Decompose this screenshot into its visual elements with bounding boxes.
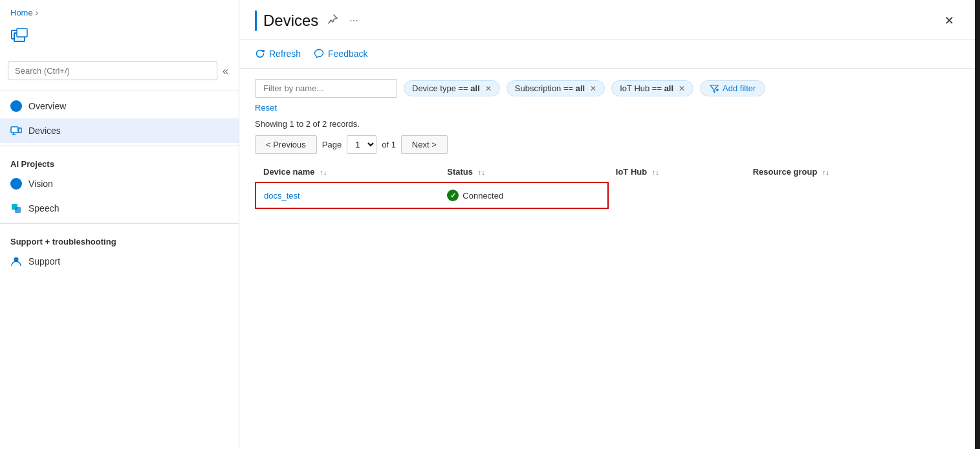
breadcrumb: Home › — [0, 0, 239, 23]
table-body: docs_test Connected — [256, 182, 959, 208]
device-name-cell: docs_test — [256, 182, 439, 208]
records-info: Showing 1 to 2 of 2 records. — [255, 119, 959, 129]
col-status-label: Status — [447, 167, 473, 177]
devices-table: Device name ↑↓ Status ↑↓ IoT Hub ↑↓ Reso… — [255, 162, 959, 209]
next-button[interactable]: Next > — [401, 135, 448, 154]
sidebar-item-overview-label: Overview — [28, 101, 66, 111]
sidebar-item-overview[interactable]: Overview — [0, 94, 239, 118]
more-dots: ··· — [349, 15, 358, 26]
vision-icon — [10, 178, 22, 190]
filter-by-name-input[interactable] — [255, 79, 397, 98]
sidebar: Home › « Overview Devices — [0, 0, 239, 449]
status-connected: Connected — [447, 190, 599, 201]
sidebar-item-devices-label: Devices — [28, 126, 61, 136]
svg-rect-2 — [17, 28, 27, 37]
page-select[interactable]: 1 — [347, 135, 376, 154]
device-name-sort-icon: ↑↓ — [320, 168, 327, 176]
add-filter-label: Add filter — [723, 83, 756, 93]
status-sort-icon: ↑↓ — [478, 168, 485, 176]
speech-icon — [10, 203, 22, 214]
refresh-label: Refresh — [269, 49, 301, 59]
device-name-link[interactable]: docs_test — [264, 191, 300, 201]
iot-hub-filter-chip[interactable]: IoT Hub == all ✕ — [611, 80, 693, 96]
pin-icon — [327, 14, 338, 25]
refresh-button[interactable]: Refresh — [255, 46, 301, 61]
sidebar-item-vision-label: Vision — [28, 179, 53, 189]
iot-hub-cell — [608, 182, 745, 208]
col-device-name-label: Device name — [263, 167, 315, 177]
toolbar: Refresh Feedback — [239, 39, 975, 69]
sidebar-item-speech-label: Speech — [28, 203, 59, 214]
subscription-filter-chip[interactable]: Subscription == all ✕ — [506, 80, 605, 96]
svg-rect-8 — [15, 207, 21, 213]
sidebar-item-vision[interactable]: Vision — [0, 171, 239, 196]
svg-rect-4 — [19, 128, 21, 133]
close-button[interactable]: ✕ — [939, 11, 959, 30]
status-label: Connected — [463, 191, 503, 201]
devices-icon — [10, 125, 22, 137]
status-cell: Connected — [439, 182, 607, 208]
feedback-label: Feedback — [328, 49, 367, 59]
sidebar-divider-2 — [0, 146, 239, 146]
subscription-filter-label: Subscription == all — [515, 83, 585, 93]
iot-hub-filter-label: IoT Hub == all — [620, 83, 673, 93]
iot-hub-sort-icon: ↑↓ — [652, 168, 659, 176]
sidebar-divider-1 — [0, 91, 239, 91]
add-filter-icon — [710, 84, 719, 93]
filter-bar: Device type == all ✕ Subscription == all… — [255, 79, 959, 98]
sidebar-item-speech[interactable]: Speech — [0, 196, 239, 221]
search-input[interactable] — [8, 61, 217, 80]
main-content: Devices ··· ✕ Refresh Feedback — [239, 0, 975, 449]
sidebar-item-support[interactable]: Support — [0, 249, 239, 274]
title-divider — [255, 10, 257, 31]
main-header: Devices ··· ✕ — [239, 0, 975, 39]
breadcrumb-separator: › — [36, 8, 38, 17]
feedback-button[interactable]: Feedback — [314, 46, 367, 61]
page-title: Devices — [263, 12, 318, 30]
table-header: Device name ↑↓ Status ↑↓ IoT Hub ↑↓ Reso… — [256, 162, 959, 182]
table-row: docs_test Connected — [256, 182, 959, 208]
breadcrumb-home[interactable]: Home — [10, 8, 33, 17]
title-bar: Devices ··· — [255, 10, 931, 31]
content-area: Device type == all ✕ Subscription == all… — [239, 69, 975, 449]
resource-group-sort-icon: ↑↓ — [822, 168, 829, 176]
collapse-button[interactable]: « — [220, 63, 231, 80]
page-label: Page — [322, 140, 342, 149]
reset-link[interactable]: Reset — [255, 103, 959, 113]
col-resource-group-label: Resource group — [753, 167, 818, 177]
page-of: of 1 — [382, 140, 396, 149]
app-logo — [0, 23, 239, 61]
col-status[interactable]: Status ↑↓ — [439, 162, 607, 182]
pin-button[interactable] — [325, 12, 340, 30]
right-scrollbar — [975, 0, 980, 449]
feedback-icon — [314, 49, 324, 59]
svg-marker-10 — [710, 85, 718, 93]
subscription-filter-close[interactable]: ✕ — [590, 84, 596, 93]
sidebar-search-area: « — [8, 61, 231, 80]
svg-rect-3 — [11, 127, 18, 133]
logo-icon — [10, 28, 36, 51]
more-options-button[interactable]: ··· — [347, 12, 360, 29]
sidebar-item-support-label: Support — [28, 256, 60, 267]
resource-group-cell — [745, 182, 959, 208]
pagination: < Previous Page 1 of 1 Next > — [255, 135, 959, 154]
iot-hub-filter-close[interactable]: ✕ — [679, 84, 685, 93]
ai-projects-section: AI Projects — [0, 149, 239, 171]
add-filter-button[interactable]: Add filter — [700, 80, 765, 96]
sidebar-nav: Overview Devices AI Projects Vision Spee… — [0, 94, 239, 449]
device-type-filter-chip[interactable]: Device type == all ✕ — [404, 80, 500, 96]
col-iot-hub[interactable]: IoT Hub ↑↓ — [608, 162, 745, 182]
col-device-name[interactable]: Device name ↑↓ — [256, 162, 439, 182]
connected-status-icon — [447, 190, 459, 201]
device-type-filter-close[interactable]: ✕ — [485, 84, 492, 93]
col-resource-group[interactable]: Resource group ↑↓ — [745, 162, 959, 182]
sidebar-divider-3 — [0, 223, 239, 224]
previous-button[interactable]: < Previous — [255, 135, 317, 154]
support-section: Support + troubleshooting — [0, 226, 239, 249]
support-icon — [10, 256, 22, 267]
sidebar-item-devices[interactable]: Devices — [0, 118, 239, 143]
col-iot-hub-label: IoT Hub — [616, 167, 647, 177]
device-type-filter-label: Device type == all — [412, 83, 480, 93]
overview-icon — [10, 100, 22, 112]
refresh-icon — [255, 49, 265, 59]
